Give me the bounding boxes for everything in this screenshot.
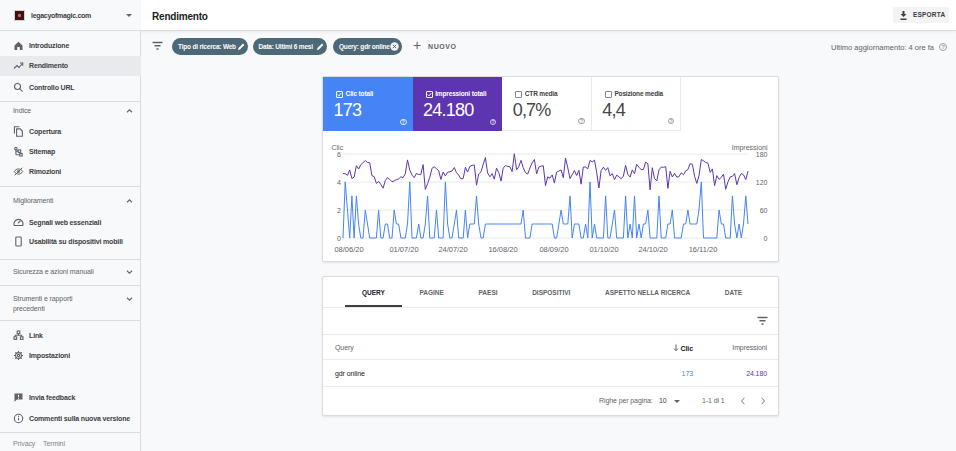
svg-text:0: 0 (337, 235, 341, 242)
svg-text:24/10/20: 24/10/20 (638, 245, 667, 254)
svg-text:120: 120 (756, 179, 768, 186)
svg-text:08/06/20: 08/06/20 (334, 245, 363, 254)
svg-text:2: 2 (337, 207, 341, 214)
svg-text:0: 0 (764, 235, 768, 242)
svg-text:Clic: Clic (332, 144, 344, 151)
svg-text:16/08/20: 16/08/20 (488, 245, 517, 254)
svg-text:4: 4 (337, 179, 341, 186)
svg-text:180: 180 (756, 151, 768, 158)
svg-text:60: 60 (760, 207, 768, 214)
svg-text:6: 6 (337, 151, 341, 158)
svg-text:16/11/20: 16/11/20 (689, 245, 718, 254)
svg-text:08/09/20: 08/09/20 (539, 245, 568, 254)
svg-text:01/10/20: 01/10/20 (589, 245, 618, 254)
svg-text:24/07/20: 24/07/20 (438, 245, 467, 254)
svg-text:01/07/20: 01/07/20 (389, 245, 418, 254)
